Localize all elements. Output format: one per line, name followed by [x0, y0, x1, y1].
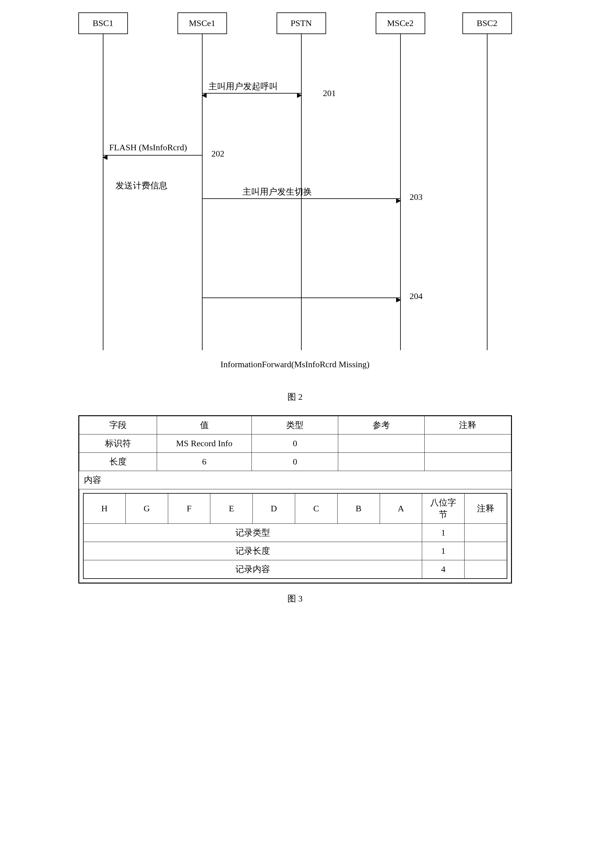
footer-note: InformationForward(MsInfoRcrd Missing) — [78, 359, 512, 369]
table-row: 标识符 MS Record Info 0 — [79, 434, 511, 453]
actor-label: BSC1 — [93, 18, 113, 28]
cell-field: 标识符 — [79, 434, 157, 453]
bit-E: E — [210, 493, 253, 524]
table-row: 记录长度 1 — [83, 542, 507, 560]
inner-table-cell: H G F E D C B A 八位字节 注释 记录类型 — [79, 489, 511, 583]
lifeline-msce2 — [400, 34, 401, 350]
figure-3-table: 字段 值 类型 参考 注释 标识符 MS Record Info 0 长度 6 … — [78, 415, 512, 583]
label-202-sub: 发送计费信息 — [116, 180, 168, 192]
table-row: 长度 6 0 — [79, 453, 511, 471]
bit-H: H — [83, 493, 126, 524]
figure-2-caption: 图 2 — [78, 391, 512, 403]
th-value: 值 — [157, 416, 252, 434]
actor-bsc2: BSC2 — [462, 12, 512, 34]
actor-label: MSCe1 — [189, 18, 216, 28]
arrow-201 — [202, 93, 302, 94]
actor-label: PSTN — [290, 18, 312, 28]
bit-G: G — [125, 493, 168, 524]
actor-msce1: MSCe1 — [178, 12, 227, 34]
figure-3-caption: 图 3 — [78, 593, 512, 605]
cell-ref — [338, 434, 425, 453]
arrow-204 — [202, 298, 400, 298]
cell-type: 0 — [252, 434, 338, 453]
bit-F: F — [168, 493, 210, 524]
cell-note — [425, 453, 511, 471]
bit-C: C — [295, 493, 337, 524]
cell-field: 长度 — [79, 453, 157, 471]
cell-note — [425, 434, 511, 453]
lifeline-msce1 — [202, 34, 203, 350]
step-202: 202 — [212, 149, 225, 159]
label-203: 主叫用户发生切换 — [243, 186, 312, 198]
actor-bsc1: BSC1 — [78, 12, 128, 34]
row-label: 记录类型 — [83, 524, 422, 542]
bit-A: A — [380, 493, 422, 524]
row-note — [465, 542, 507, 560]
cell-value: 6 — [157, 453, 252, 471]
label-202-flash: FLASH (MsInfoRcrd) — [109, 143, 187, 152]
lifeline-bsc1 — [103, 34, 103, 350]
th-note2: 注释 — [465, 493, 507, 524]
row-octet: 4 — [422, 560, 465, 579]
actor-label: MSCe2 — [387, 18, 414, 28]
sequence-diagram: BSC1 MSCe1 PSTN MSCe2 BSC2 主叫用户发起呼叫 201 … — [78, 12, 512, 353]
row-octet: 1 — [422, 542, 465, 560]
bit-header-row: H G F E D C B A 八位字节 注释 — [83, 493, 507, 524]
th-field: 字段 — [79, 416, 157, 434]
actor-msce2: MSCe2 — [376, 12, 425, 34]
row-octet: 1 — [422, 524, 465, 542]
actor-pstn: PSTN — [277, 12, 326, 34]
label-201: 主叫用户发起呼叫 — [209, 81, 278, 92]
th-type: 类型 — [252, 416, 338, 434]
cell-ref — [338, 453, 425, 471]
arrow-203 — [202, 198, 400, 199]
bit-B: B — [337, 493, 380, 524]
bit-D: D — [253, 493, 295, 524]
row-note — [465, 560, 507, 579]
cell-value: MS Record Info — [157, 434, 252, 453]
th-note: 注释 — [425, 416, 511, 434]
th-ref: 参考 — [338, 416, 425, 434]
row-label: 记录长度 — [83, 542, 422, 560]
content-label: 内容 — [79, 471, 511, 489]
table-row: 记录类型 1 — [83, 524, 507, 542]
step-203: 203 — [410, 192, 423, 202]
row-note — [465, 524, 507, 542]
table-row: 记录内容 4 — [83, 560, 507, 579]
cell-type: 0 — [252, 453, 338, 471]
step-201: 201 — [323, 88, 336, 98]
arrow-202 — [103, 155, 202, 156]
row-label: 记录内容 — [83, 560, 422, 579]
step-204: 204 — [410, 291, 423, 301]
actor-label: BSC2 — [477, 18, 497, 28]
lifeline-bsc2 — [487, 34, 487, 350]
table-header-row: 字段 值 类型 参考 注释 — [79, 416, 511, 434]
th-octet: 八位字节 — [422, 493, 465, 524]
